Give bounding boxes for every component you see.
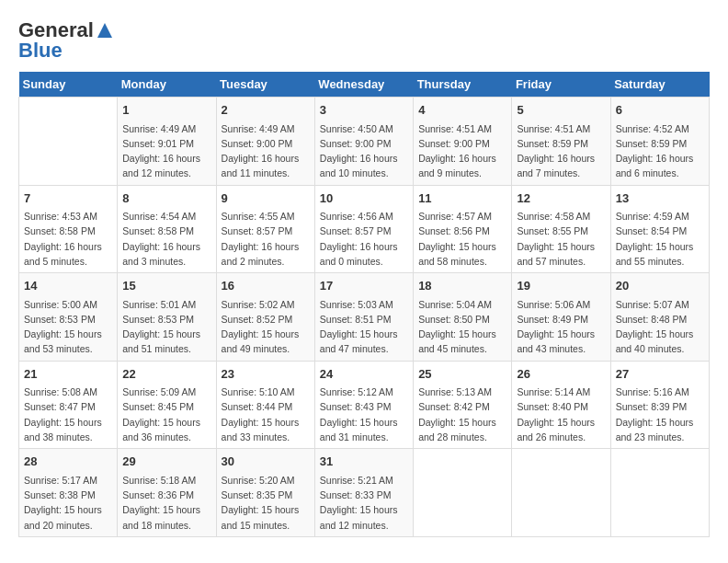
day-cell: 21Sunrise: 5:08 AM Sunset: 8:47 PM Dayli…: [19, 361, 118, 449]
day-number: 16: [222, 277, 310, 295]
day-cell: 6Sunrise: 4:52 AM Sunset: 8:59 PM Daylig…: [610, 98, 709, 186]
day-info: Sunrise: 4:55 AM Sunset: 8:57 PM Dayligh…: [222, 209, 310, 269]
day-info: Sunrise: 4:52 AM Sunset: 8:59 PM Dayligh…: [616, 121, 704, 181]
day-info: Sunrise: 5:21 AM Sunset: 8:33 PM Dayligh…: [320, 473, 408, 533]
day-number: 4: [418, 101, 506, 120]
day-info: Sunrise: 4:59 AM Sunset: 8:54 PM Dayligh…: [616, 209, 704, 269]
day-cell: 29Sunrise: 5:18 AM Sunset: 8:36 PM Dayli…: [118, 449, 216, 537]
day-cell: 28Sunrise: 5:17 AM Sunset: 8:38 PM Dayli…: [19, 449, 118, 537]
day-cell: 1Sunrise: 4:49 AM Sunset: 9:01 PM Daylig…: [118, 98, 216, 186]
day-cell: 19Sunrise: 5:06 AM Sunset: 8:49 PM Dayli…: [512, 273, 610, 362]
day-cell: 22Sunrise: 5:09 AM Sunset: 8:45 PM Dayli…: [118, 361, 216, 449]
day-number: 23: [222, 365, 310, 384]
day-info: Sunrise: 5:08 AM Sunset: 8:47 PM Dayligh…: [24, 385, 112, 444]
header-cell-saturday: Saturday: [610, 72, 709, 98]
day-number: 21: [24, 365, 112, 384]
day-number: 1: [122, 101, 210, 120]
day-cell: 13Sunrise: 4:59 AM Sunset: 8:54 PM Dayli…: [610, 185, 709, 273]
header-cell-friday: Friday: [512, 72, 610, 98]
day-info: Sunrise: 5:13 AM Sunset: 8:42 PM Dayligh…: [418, 385, 506, 444]
day-number: 30: [222, 453, 310, 471]
week-row-3: 14Sunrise: 5:00 AM Sunset: 8:53 PM Dayli…: [19, 273, 710, 362]
day-number: 24: [320, 365, 408, 384]
day-info: Sunrise: 5:01 AM Sunset: 8:53 PM Dayligh…: [122, 297, 210, 357]
day-cell: 30Sunrise: 5:20 AM Sunset: 8:35 PM Dayli…: [216, 449, 314, 537]
day-cell: 11Sunrise: 4:57 AM Sunset: 8:56 PM Dayli…: [414, 185, 512, 273]
day-number: 15: [122, 277, 210, 295]
day-cell: 17Sunrise: 5:03 AM Sunset: 8:51 PM Dayli…: [314, 273, 413, 362]
day-number: 6: [616, 101, 704, 120]
day-cell: 16Sunrise: 5:02 AM Sunset: 8:52 PM Dayli…: [216, 273, 314, 362]
day-cell: 23Sunrise: 5:10 AM Sunset: 8:44 PM Dayli…: [216, 361, 314, 449]
day-number: 20: [616, 277, 704, 295]
week-row-2: 7Sunrise: 4:53 AM Sunset: 8:58 PM Daylig…: [19, 185, 710, 273]
header-cell-sunday: Sunday: [19, 72, 118, 98]
day-info: Sunrise: 4:58 AM Sunset: 8:55 PM Dayligh…: [517, 209, 605, 269]
day-cell: 26Sunrise: 5:14 AM Sunset: 8:40 PM Dayli…: [512, 361, 610, 449]
header-cell-wednesday: Wednesday: [314, 72, 413, 98]
day-cell: 8Sunrise: 4:54 AM Sunset: 8:58 PM Daylig…: [118, 185, 216, 273]
day-info: Sunrise: 5:07 AM Sunset: 8:48 PM Dayligh…: [616, 297, 704, 357]
day-number: 18: [418, 277, 506, 295]
day-number: 25: [418, 365, 506, 384]
day-number: 26: [517, 365, 605, 384]
day-info: Sunrise: 5:10 AM Sunset: 8:44 PM Dayligh…: [222, 385, 310, 444]
day-number: 2: [222, 101, 310, 120]
day-cell: 18Sunrise: 5:04 AM Sunset: 8:50 PM Dayli…: [414, 273, 512, 362]
day-cell: 27Sunrise: 5:16 AM Sunset: 8:39 PM Dayli…: [610, 361, 709, 449]
logo-blue-text: Blue: [18, 39, 63, 63]
day-info: Sunrise: 4:57 AM Sunset: 8:56 PM Dayligh…: [418, 209, 506, 269]
day-number: 8: [122, 190, 210, 208]
header-cell-tuesday: Tuesday: [216, 72, 314, 98]
day-number: 22: [122, 365, 210, 384]
day-cell: 9Sunrise: 4:55 AM Sunset: 8:57 PM Daylig…: [216, 185, 314, 273]
day-info: Sunrise: 4:51 AM Sunset: 8:59 PM Dayligh…: [517, 121, 605, 181]
day-info: Sunrise: 5:03 AM Sunset: 8:51 PM Dayligh…: [320, 297, 408, 357]
day-cell: 31Sunrise: 5:21 AM Sunset: 8:33 PM Dayli…: [314, 449, 413, 537]
day-number: 31: [320, 453, 408, 471]
day-cell: 20Sunrise: 5:07 AM Sunset: 8:48 PM Dayli…: [610, 273, 709, 362]
day-cell: [512, 449, 610, 537]
header-cell-thursday: Thursday: [414, 72, 512, 98]
calendar-header-row: SundayMondayTuesdayWednesdayThursdayFrid…: [19, 72, 710, 98]
day-info: Sunrise: 4:51 AM Sunset: 9:00 PM Dayligh…: [418, 121, 506, 181]
day-number: 7: [24, 190, 112, 208]
day-cell: 15Sunrise: 5:01 AM Sunset: 8:53 PM Dayli…: [118, 273, 216, 362]
day-number: 13: [616, 190, 704, 208]
header-cell-monday: Monday: [118, 72, 216, 98]
day-info: Sunrise: 5:12 AM Sunset: 8:43 PM Dayligh…: [320, 385, 408, 444]
week-row-4: 21Sunrise: 5:08 AM Sunset: 8:47 PM Dayli…: [19, 361, 710, 449]
day-info: Sunrise: 5:02 AM Sunset: 8:52 PM Dayligh…: [222, 297, 310, 357]
header: General Blue: [18, 18, 710, 63]
logo-icon: [96, 21, 114, 40]
day-number: 28: [24, 453, 112, 471]
day-info: Sunrise: 5:00 AM Sunset: 8:53 PM Dayligh…: [24, 297, 112, 357]
day-cell: [19, 98, 118, 186]
day-info: Sunrise: 5:14 AM Sunset: 8:40 PM Dayligh…: [517, 385, 605, 444]
day-number: 10: [320, 190, 408, 208]
day-number: 5: [517, 101, 605, 120]
day-number: 11: [418, 190, 506, 208]
week-row-1: 1Sunrise: 4:49 AM Sunset: 9:01 PM Daylig…: [19, 98, 710, 186]
day-info: Sunrise: 5:20 AM Sunset: 8:35 PM Dayligh…: [222, 473, 310, 533]
logo: General Blue: [18, 18, 114, 63]
day-cell: 12Sunrise: 4:58 AM Sunset: 8:55 PM Dayli…: [512, 185, 610, 273]
day-info: Sunrise: 5:16 AM Sunset: 8:39 PM Dayligh…: [616, 385, 704, 444]
day-cell: 3Sunrise: 4:50 AM Sunset: 9:00 PM Daylig…: [314, 98, 413, 186]
day-number: 29: [122, 453, 210, 471]
day-cell: 14Sunrise: 5:00 AM Sunset: 8:53 PM Dayli…: [19, 273, 118, 362]
day-info: Sunrise: 4:49 AM Sunset: 9:01 PM Dayligh…: [122, 121, 210, 181]
week-row-5: 28Sunrise: 5:17 AM Sunset: 8:38 PM Dayli…: [19, 449, 710, 537]
day-number: 12: [517, 190, 605, 208]
day-cell: [414, 449, 512, 537]
calendar-table: SundayMondayTuesdayWednesdayThursdayFrid…: [18, 72, 710, 537]
day-number: 27: [616, 365, 704, 384]
day-number: 14: [24, 277, 112, 295]
day-number: 19: [517, 277, 605, 295]
day-info: Sunrise: 5:18 AM Sunset: 8:36 PM Dayligh…: [122, 473, 210, 533]
day-number: 3: [320, 101, 408, 120]
day-cell: 10Sunrise: 4:56 AM Sunset: 8:57 PM Dayli…: [314, 185, 413, 273]
day-cell: 7Sunrise: 4:53 AM Sunset: 8:58 PM Daylig…: [19, 185, 118, 273]
day-info: Sunrise: 4:53 AM Sunset: 8:58 PM Dayligh…: [24, 209, 112, 269]
day-number: 17: [320, 277, 408, 295]
